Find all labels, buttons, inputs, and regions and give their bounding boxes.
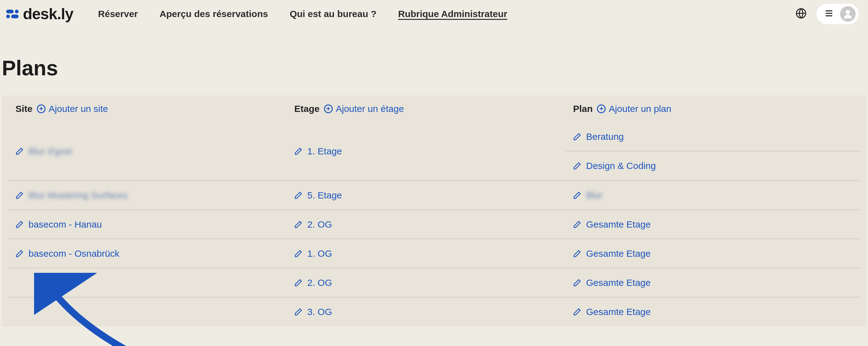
table-row: Blur Mustering Surfaces 5. Etage Blur: [8, 181, 860, 210]
plan-cell[interactable]: Gesamte Etage: [566, 297, 860, 326]
edit-icon[interactable]: [572, 278, 582, 287]
edit-icon[interactable]: [294, 220, 303, 229]
edit-icon[interactable]: [572, 307, 582, 317]
main-nav: Réserver Aperçu des réservations Qui est…: [98, 9, 507, 19]
col-site-label: Site: [16, 104, 33, 114]
floor-label: 2. OG: [307, 278, 332, 288]
edit-icon[interactable]: [572, 132, 582, 141]
table-row: basecom - Hanau 2. OG Gesamte Etage: [8, 210, 860, 239]
col-floor-label: Etage: [294, 104, 320, 114]
rows-container: Blur d'gost 1. Etage Beratung: [2, 122, 866, 326]
floor-cell[interactable]: 1. Etage: [287, 122, 566, 180]
edit-icon[interactable]: [15, 147, 24, 156]
plan-cell[interactable]: Gesamte Etage: [566, 268, 860, 297]
edit-icon[interactable]: [15, 191, 24, 200]
plan-cell[interactable]: Gesamte Etage: [566, 210, 860, 239]
edit-icon[interactable]: [294, 147, 303, 156]
language-icon[interactable]: [796, 8, 807, 20]
floor-label: 1. OG: [307, 248, 332, 259]
edit-icon[interactable]: [572, 249, 582, 258]
site-label: Blur Mustering Surfaces: [29, 190, 128, 201]
site-label: basecom - Osnabrück: [29, 248, 119, 259]
logo-mark-icon: [6, 9, 19, 18]
nav-overview[interactable]: Aperçu des réservations: [159, 9, 268, 19]
site-cell[interactable]: Blur Mustering Surfaces: [8, 181, 287, 209]
site-cell[interactable]: basecom - Osnabrück: [8, 239, 287, 268]
plan-cell[interactable]: Blur: [566, 181, 860, 209]
edit-icon[interactable]: [294, 278, 303, 287]
svg-point-4: [846, 10, 850, 14]
plan-label: Gesamte Etage: [586, 307, 651, 317]
avatar-icon: [840, 6, 856, 22]
floor-label: 1. Etage: [307, 146, 342, 156]
edit-icon[interactable]: [15, 220, 24, 229]
edit-icon[interactable]: [572, 191, 582, 200]
logo[interactable]: desk.ly: [6, 5, 73, 23]
plus-icon: +: [37, 105, 45, 113]
logo-text: desk.ly: [23, 5, 73, 23]
floor-cell[interactable]: 2. OG: [287, 268, 566, 297]
edit-icon[interactable]: [572, 220, 582, 229]
nav-admin[interactable]: Rubrique Administrateur: [398, 9, 507, 19]
edit-icon[interactable]: [294, 191, 303, 200]
floor-label: 5. Etage: [307, 190, 342, 201]
table-row: basecom - Osnabrück 1. OG Gesamte Etage: [8, 239, 860, 268]
nav-who[interactable]: Qui est au bureau ?: [290, 9, 376, 19]
add-plan-button[interactable]: + Ajouter un plan: [597, 104, 671, 114]
floor-cell[interactable]: 5. Etage: [287, 181, 566, 209]
page-title: Plans: [2, 56, 868, 80]
plus-icon: +: [324, 105, 333, 113]
col-plan-label: Plan: [573, 104, 593, 114]
plans-panel: Site + Ajouter un site Etage + Ajouter u…: [2, 95, 866, 326]
edit-icon[interactable]: [572, 161, 582, 171]
edit-icon[interactable]: [15, 249, 24, 258]
floor-label: 3. OG: [307, 307, 332, 317]
nav-reserve[interactable]: Réserver: [98, 9, 138, 19]
user-menu[interactable]: [816, 4, 859, 24]
floor-cell[interactable]: 2. OG: [287, 210, 566, 239]
site-cell[interactable]: Blur d'gost: [8, 122, 287, 180]
panel-header: Site + Ajouter un site Etage + Ajouter u…: [2, 95, 866, 122]
edit-icon[interactable]: [294, 249, 303, 258]
add-floor-button[interactable]: + Ajouter un étage: [324, 104, 404, 114]
add-floor-label: Ajouter un étage: [336, 104, 404, 114]
floor-cell[interactable]: 3. OG: [287, 297, 566, 326]
plan-cell[interactable]: Design & Coding: [566, 151, 860, 180]
table-row: Blur d'gost 1. Etage Beratung: [8, 122, 860, 181]
site-cell[interactable]: basecom - Hanau: [8, 210, 287, 239]
add-site-label: Ajouter un site: [49, 104, 108, 114]
add-site-button[interactable]: + Ajouter un site: [37, 104, 108, 114]
edit-icon[interactable]: [294, 307, 303, 317]
table-row: 2. OG Gesamte Etage: [8, 268, 860, 297]
plan-label: Gesamte Etage: [586, 219, 651, 230]
floor-cell[interactable]: 1. OG: [287, 239, 566, 268]
plan-label: Gesamte Etage: [586, 248, 651, 259]
plan-label: Design & Coding: [586, 161, 656, 171]
plan-label: Gesamte Etage: [586, 278, 651, 288]
add-plan-label: Ajouter un plan: [609, 104, 671, 114]
plan-cell[interactable]: Gesamte Etage: [566, 239, 860, 268]
plan-label: Blur: [586, 190, 602, 201]
hamburger-icon: [824, 8, 834, 20]
plus-icon: +: [597, 105, 606, 113]
site-label: basecom - Hanau: [29, 219, 102, 230]
floor-label: 2. OG: [307, 219, 332, 230]
plan-cell[interactable]: Beratung: [566, 122, 860, 151]
plan-label: Beratung: [586, 132, 624, 142]
site-label: Blur d'gost: [29, 146, 72, 156]
app-header: desk.ly Réserver Aperçu des réservations…: [0, 0, 868, 28]
table-row: 3. OG Gesamte Etage: [8, 297, 860, 326]
